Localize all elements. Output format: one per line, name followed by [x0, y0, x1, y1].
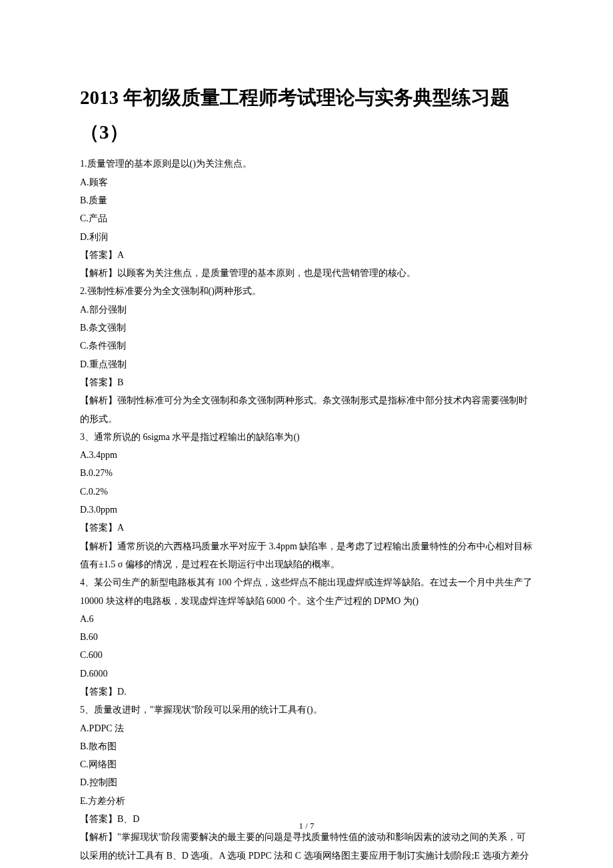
content-line: 【答案】A — [80, 519, 533, 537]
content-line: B.0.27% — [80, 464, 533, 482]
content-line: 3、通常所说的 6sigma 水平是指过程输出的缺陷率为() — [80, 428, 533, 446]
content-line: D.控制图 — [80, 773, 533, 791]
content-line: A.PDPC 法 — [80, 719, 533, 737]
content-line: C.网络图 — [80, 755, 533, 773]
content-line: E.方差分析 — [80, 792, 533, 810]
content-line: 【答案】B — [80, 373, 533, 391]
content-line: 【答案】D. — [80, 683, 533, 701]
content-line: D.重点强制 — [80, 355, 533, 373]
content-line: B.质量 — [80, 191, 533, 209]
content-line: 【解析】通常所说的六西格玛质量水平对应于 3.4ppm 缺陷率，是考虑了过程输出… — [80, 537, 533, 574]
content-line: 5、质量改进时，"掌握现状"阶段可以采用的统计工具有()。 — [80, 701, 533, 719]
content-line: 1.质量管理的基本原则是以()为关注焦点。 — [80, 155, 533, 173]
content-line: C.条件强制 — [80, 337, 533, 355]
content-line: 4、某公司生产的新型电路板其有 100 个焊点，这些焊点不能出现虚焊或连焊等缺陷… — [80, 573, 533, 610]
content-line: D.利润 — [80, 228, 533, 246]
document-title: 2013 年初级质量工程师考试理论与实务典型练习题（3） — [80, 80, 533, 149]
content-line: 【答案】A — [80, 246, 533, 264]
page-number: 1 / 7 — [0, 821, 613, 831]
content-line: 【解析】"掌握现状"阶段需要解决的最主要的问题是寻找质量特性值的波动和影响因素的… — [80, 828, 533, 868]
content-line: A.6 — [80, 610, 533, 628]
content-line: B.散布图 — [80, 737, 533, 755]
content-line: A.3.4ppm — [80, 446, 533, 464]
content-line: B.60 — [80, 628, 533, 646]
content-line: C.0.2% — [80, 483, 533, 501]
content-line: D.6000 — [80, 665, 533, 683]
document-content: 1.质量管理的基本原则是以()为关注焦点。A.顾客B.质量C.产品D.利润【答案… — [80, 155, 533, 868]
content-line: C.600 — [80, 646, 533, 664]
content-line: 2.强制性标准要分为全文强制和()两种形式。 — [80, 282, 533, 300]
content-line: 【解析】强制性标准可分为全文强制和条文强制两种形式。条文强制形式是指标准中部分技… — [80, 391, 533, 428]
content-line: B.条文强制 — [80, 319, 533, 337]
content-line: C.产品 — [80, 209, 533, 227]
content-line: A.部分强制 — [80, 301, 533, 319]
content-line: D.3.0ppm — [80, 501, 533, 519]
content-line: A.顾客 — [80, 173, 533, 191]
content-line: 【解析】以顾客为关注焦点，是质量管理的基本原则，也是现代营销管理的核心。 — [80, 264, 533, 282]
